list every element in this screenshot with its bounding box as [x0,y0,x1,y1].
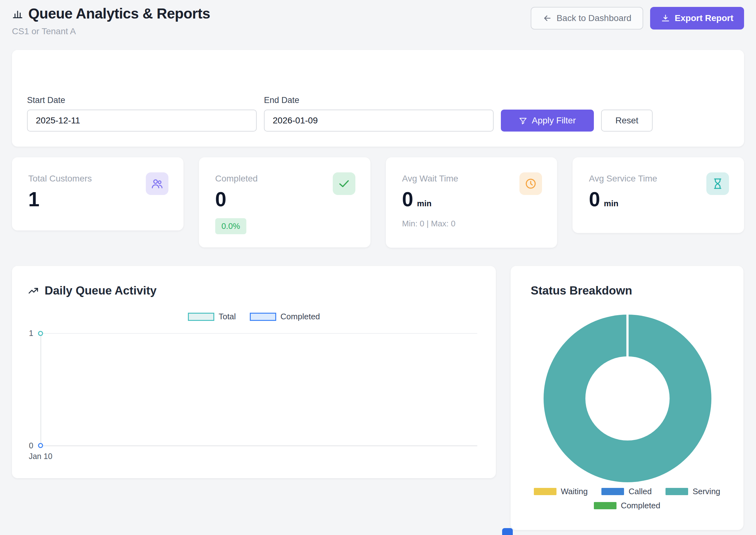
stat-value: 1 [28,189,40,210]
stat-value: 0 [589,189,600,210]
date-filter-card: Start Date End Date Apply Filter Reset [12,50,744,147]
legend-item-called[interactable]: Called [601,487,652,496]
gridline-top [41,333,477,334]
daily-queue-activity-card: Daily Queue Activity Total Completed 1 0… [12,266,496,478]
page-subtitle: CS1 or Tenant A [12,26,210,37]
legend-item-total[interactable]: Total [188,312,236,322]
waiting-swatch [534,488,557,495]
clock-icon [519,172,542,195]
stat-unit: min [604,199,619,209]
status-breakdown-card: Status Breakdown Waiting Called [511,266,743,530]
export-report-button[interactable]: Export Report [650,7,744,30]
data-point-total[interactable] [38,331,43,336]
trending-up-icon [28,285,39,296]
legend-item-completed-status[interactable]: Completed [594,501,660,511]
end-date-label: End Date [264,96,494,105]
legend-label: Total [219,312,236,322]
serving-swatch [666,488,688,495]
legend-label: Completed [621,501,660,511]
data-point-completed[interactable] [38,443,43,448]
charts-row: Daily Queue Activity Total Completed 1 0… [12,266,744,530]
legend-label: Waiting [561,487,588,496]
y-axis [41,333,41,446]
completed-swatch [250,313,276,321]
start-date-field: Start Date [27,96,257,131]
funnel-icon [519,117,527,125]
export-button-label: Export Report [675,13,733,23]
bar-chart-icon [12,8,23,19]
x-axis [41,445,477,446]
status-donut-chart[interactable] [544,315,711,482]
legend-item-waiting[interactable]: Waiting [534,487,588,496]
download-icon [661,14,670,23]
y-tick-1: 1 [12,329,33,338]
users-icon [146,172,168,195]
stat-card-avg-service-time: Avg Service Time 0 min [572,157,744,233]
apply-filter-label: Apply Filter [532,116,576,126]
stats-row: Total Customers 1 Completed 0 0.0% Avg [12,157,744,248]
hourglass-icon [706,172,729,195]
stat-card-avg-wait-time: Avg Wait Time 0 min Min: 0 | Max: 0 [386,157,558,248]
reset-filter-label: Reset [615,116,638,126]
status-legend: Waiting Called Serving Completed [511,487,743,511]
donut-hole [586,356,670,440]
legend-item-serving[interactable]: Serving [666,487,720,496]
arrow-left-icon [543,14,552,23]
completed-status-swatch [594,502,617,509]
status-chart-title: Status Breakdown [531,284,743,297]
x-tick-jan10: Jan 10 [29,452,52,461]
check-icon [333,172,355,195]
min-max-detail: Min: 0 | Max: 0 [402,219,541,229]
apply-filter-button[interactable]: Apply Filter [501,110,594,131]
activity-legend: Total Completed [28,312,480,322]
top-bar: Queue Analytics & Reports CS1 or Tenant … [12,5,744,37]
title-block: Queue Analytics & Reports CS1 or Tenant … [12,5,210,37]
page-title: Queue Analytics & Reports [28,5,210,22]
legend-label: Completed [281,312,320,322]
total-swatch [188,313,214,321]
activity-chart-title: Daily Queue Activity [45,284,157,297]
end-date-input[interactable] [264,110,494,131]
back-to-dashboard-button[interactable]: Back to Dashboard [531,7,643,30]
called-swatch [601,488,624,495]
start-date-label: Start Date [27,96,257,105]
header-actions: Back to Dashboard Export Report [531,7,744,30]
back-button-label: Back to Dashboard [557,13,631,23]
analytics-page: Queue Analytics & Reports CS1 or Tenant … [0,0,756,530]
stat-card-completed: Completed 0 0.0% [199,157,371,247]
completion-rate-badge: 0.0% [215,218,246,234]
stat-card-total-customers: Total Customers 1 [12,157,184,231]
floating-button-partial[interactable] [502,528,513,535]
legend-label: Called [628,487,652,496]
end-date-field: End Date [264,96,494,131]
legend-label: Serving [692,487,720,496]
start-date-input[interactable] [27,110,257,131]
y-tick-0: 0 [12,441,33,450]
reset-filter-button[interactable]: Reset [601,110,652,131]
legend-item-completed[interactable]: Completed [250,312,320,322]
stat-unit: min [417,199,432,209]
stat-value: 0 [402,189,413,210]
stat-value: 0 [215,189,227,210]
